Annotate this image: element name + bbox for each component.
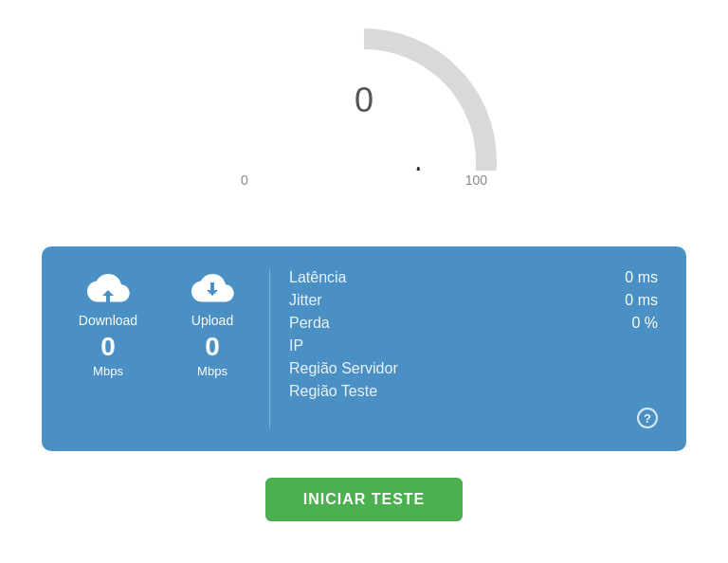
stat-regiao-teste-label: Região Teste [289, 383, 500, 400]
stat-latencia-value: 0 ms [523, 269, 658, 286]
info-panel: Download 0 Mbps Upload 0 Mbps Latência 0… [42, 246, 686, 451]
speedometer: 0 0 100 [203, 28, 525, 218]
upload-section: Upload 0 Mbps [174, 269, 250, 378]
stat-ip-label: IP [289, 337, 500, 354]
upload-cloud-icon [190, 269, 235, 307]
stat-jitter-value: 0 ms [523, 292, 658, 309]
help-row: ? [289, 408, 658, 428]
gauge-min-label: 0 [241, 173, 248, 188]
panel-divider [269, 269, 270, 428]
stat-regiao-servidor-value [523, 360, 658, 377]
gauge-max-label: 100 [465, 173, 487, 188]
download-unit: Mbps [93, 364, 123, 378]
stat-regiao-teste-value [523, 383, 658, 400]
gauge-arc-wrapper: 0 [231, 28, 497, 171]
stat-ip-value [523, 337, 658, 354]
stat-perda-value: 0 % [523, 315, 658, 332]
gauge-value: 0 [355, 81, 373, 120]
stat-regiao-servidor-label: Região Servidor [289, 360, 500, 377]
upload-value: 0 [205, 332, 220, 362]
stat-jitter-label: Jitter [289, 292, 500, 309]
upload-label: Upload [191, 313, 233, 328]
help-button[interactable]: ? [637, 408, 658, 428]
stat-latencia-label: Latência [289, 269, 500, 286]
stat-perda-label: Perda [289, 315, 500, 332]
upload-unit: Mbps [197, 364, 228, 378]
download-label: Download [79, 313, 137, 328]
stats-grid: Latência 0 ms Jitter 0 ms Perda 0 % IP R… [289, 269, 658, 400]
download-value: 0 [100, 332, 116, 362]
start-test-button[interactable]: INICIAR TESTE [265, 478, 464, 521]
download-section: Download 0 Mbps [70, 269, 146, 378]
speed-sections: Download 0 Mbps Upload 0 Mbps [70, 269, 250, 378]
stats-outer: Latência 0 ms Jitter 0 ms Perda 0 % IP R… [289, 269, 658, 428]
gauge-labels: 0 100 [241, 173, 487, 188]
download-cloud-icon [85, 269, 131, 307]
